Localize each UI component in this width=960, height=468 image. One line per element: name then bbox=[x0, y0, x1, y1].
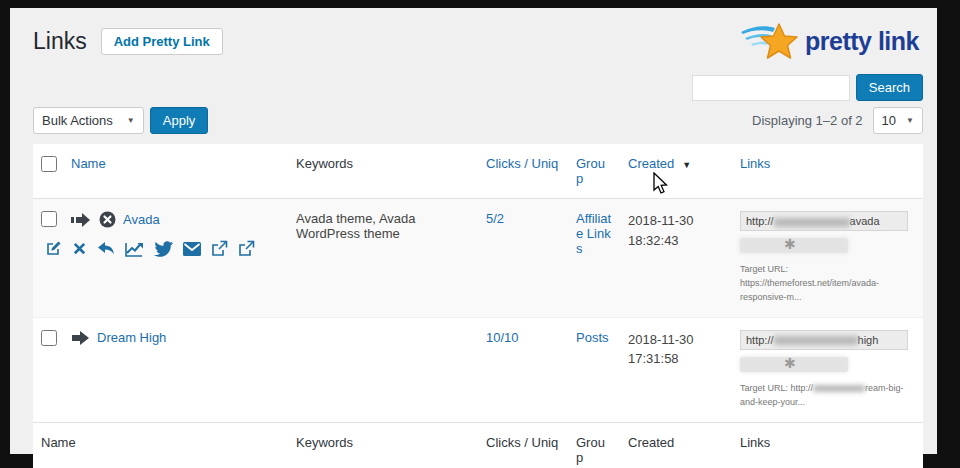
table-header: Name Keywords Clicks / Uniq Group Create… bbox=[33, 144, 923, 199]
screenshot-frame: Links Add Pretty Link pretty link Search… bbox=[0, 0, 960, 468]
target-url-text: Target URL: http:// bbox=[740, 383, 813, 393]
add-pretty-link-button[interactable]: Add Pretty Link bbox=[101, 28, 223, 55]
table-row-dream-high: Dream High 10/10 Posts 2018-11-30 17:31:… bbox=[33, 317, 923, 422]
per-page-select[interactable]: 10 bbox=[873, 107, 923, 134]
external-link-icon-2[interactable] bbox=[238, 240, 255, 257]
sort-descending-icon[interactable] bbox=[682, 160, 691, 170]
footer-header-keywords: Keywords bbox=[288, 422, 478, 468]
footer-header-group: Group bbox=[568, 422, 620, 468]
redirect-arrow-icon bbox=[71, 212, 92, 228]
asterisk-icon: ✱ bbox=[784, 236, 796, 252]
footer-header-name: Name bbox=[33, 422, 288, 468]
pretty-link-star-icon bbox=[739, 20, 801, 62]
keywords-cell: Avada theme, Avada WordPress theme bbox=[288, 199, 478, 318]
disabled-icon bbox=[99, 211, 116, 228]
slug-actions-bar[interactable]: ✱ bbox=[740, 238, 848, 253]
links-table: Name Keywords Clicks / Uniq Group Create… bbox=[33, 144, 923, 468]
pretty-link-wordmark: pretty link bbox=[805, 27, 919, 56]
bulk-actions-group: Bulk Actions Apply bbox=[33, 107, 208, 134]
column-header-name[interactable]: Name bbox=[63, 144, 288, 199]
external-link-icon[interactable] bbox=[211, 240, 228, 257]
apply-button[interactable]: Apply bbox=[150, 107, 209, 134]
search-button[interactable]: Search bbox=[856, 74, 923, 101]
short-url-field[interactable]: http://avada bbox=[740, 211, 908, 231]
chevron-down-icon bbox=[127, 116, 135, 125]
slug-actions-bar[interactable]: ✱ bbox=[740, 357, 848, 372]
short-url-field[interactable]: http://high bbox=[740, 330, 908, 350]
created-time: 18:32:43 bbox=[628, 231, 724, 251]
target-url: Target URL: http://ream-big-and-keep-you… bbox=[740, 382, 920, 410]
keywords-cell bbox=[288, 317, 478, 422]
footer-header-links: Links bbox=[732, 422, 923, 468]
created-time: 17:31:58 bbox=[628, 349, 724, 369]
twitter-icon[interactable] bbox=[154, 241, 173, 257]
bulk-actions-label: Bulk Actions bbox=[42, 113, 113, 128]
blurred-domain bbox=[774, 336, 858, 345]
toolbar-row: Bulk Actions Apply Displaying 1–2 of 2 1… bbox=[33, 107, 923, 134]
created-date: 2018-11-30 bbox=[628, 211, 724, 231]
column-header-group[interactable]: Group bbox=[568, 144, 620, 199]
links-cell: http://high ✱ Target URL: http://ream-bi… bbox=[732, 317, 923, 422]
pagination-top: Displaying 1–2 of 2 10 bbox=[752, 107, 923, 134]
pretty-link-admin-page: Links Add Pretty Link pretty link Search… bbox=[10, 8, 937, 454]
row-checkbox[interactable] bbox=[41, 330, 57, 346]
short-url-prefix: http:// bbox=[746, 215, 774, 227]
link-name-dream-high[interactable]: Dream High bbox=[97, 330, 166, 345]
table-footer: Name Keywords Clicks / Uniq Group Create… bbox=[33, 422, 923, 468]
search-row: Search bbox=[33, 74, 923, 101]
short-url-suffix: avada bbox=[850, 215, 880, 227]
footer-header-created: Created bbox=[620, 422, 732, 468]
target-url-text: Target URL: https://themeforest.net/item… bbox=[740, 264, 879, 302]
link-name-avada[interactable]: Avada bbox=[123, 212, 160, 227]
target-url: Target URL: https://themeforest.net/item… bbox=[740, 263, 920, 305]
email-icon[interactable] bbox=[183, 242, 201, 256]
short-url-prefix: http:// bbox=[746, 334, 774, 346]
blurred-domain bbox=[774, 218, 850, 227]
select-all-checkbox[interactable] bbox=[41, 156, 57, 172]
asterisk-icon: ✱ bbox=[784, 355, 796, 371]
created-header-label: Created bbox=[628, 156, 674, 171]
edit-icon[interactable] bbox=[45, 240, 62, 257]
arrow-right-icon bbox=[71, 330, 90, 346]
created-cell: 2018-11-30 17:31:58 bbox=[620, 317, 732, 422]
page-title: Links bbox=[33, 28, 87, 55]
link-name-line: Avada bbox=[71, 211, 280, 228]
links-cell: http://avada ✱ Target URL: https://theme… bbox=[732, 199, 923, 318]
column-header-clicks[interactable]: Clicks / Uniq bbox=[478, 144, 568, 199]
column-header-keywords: Keywords bbox=[288, 144, 478, 199]
row-action-icons bbox=[45, 240, 280, 257]
created-cell: 2018-11-30 18:32:43 bbox=[620, 199, 732, 318]
group-link[interactable]: Posts bbox=[576, 330, 609, 345]
reset-icon[interactable] bbox=[97, 241, 115, 257]
clicks-link[interactable]: 5/2 bbox=[486, 211, 504, 226]
stats-chart-icon[interactable] bbox=[125, 241, 144, 257]
per-page-value: 10 bbox=[882, 113, 896, 128]
column-header-created[interactable]: Created bbox=[620, 144, 732, 199]
search-input[interactable] bbox=[692, 75, 850, 101]
row-checkbox[interactable] bbox=[41, 211, 57, 227]
bulk-actions-select[interactable]: Bulk Actions bbox=[33, 107, 144, 134]
short-url-suffix: high bbox=[858, 334, 879, 346]
group-link[interactable]: Affiliate Links bbox=[576, 211, 611, 256]
displaying-count: Displaying 1–2 of 2 bbox=[752, 113, 863, 128]
pretty-link-logo: pretty link bbox=[739, 20, 919, 62]
blurred-target-domain bbox=[813, 385, 865, 392]
footer-header-clicks: Clicks / Uniq bbox=[478, 422, 568, 468]
clicks-link[interactable]: 10/10 bbox=[486, 330, 519, 345]
column-header-links[interactable]: Links bbox=[732, 144, 923, 199]
delete-icon[interactable] bbox=[72, 241, 87, 256]
chevron-down-icon bbox=[906, 116, 914, 125]
created-date: 2018-11-30 bbox=[628, 330, 724, 350]
link-name-line: Dream High bbox=[71, 330, 280, 346]
table-row-avada: Avada bbox=[33, 199, 923, 318]
